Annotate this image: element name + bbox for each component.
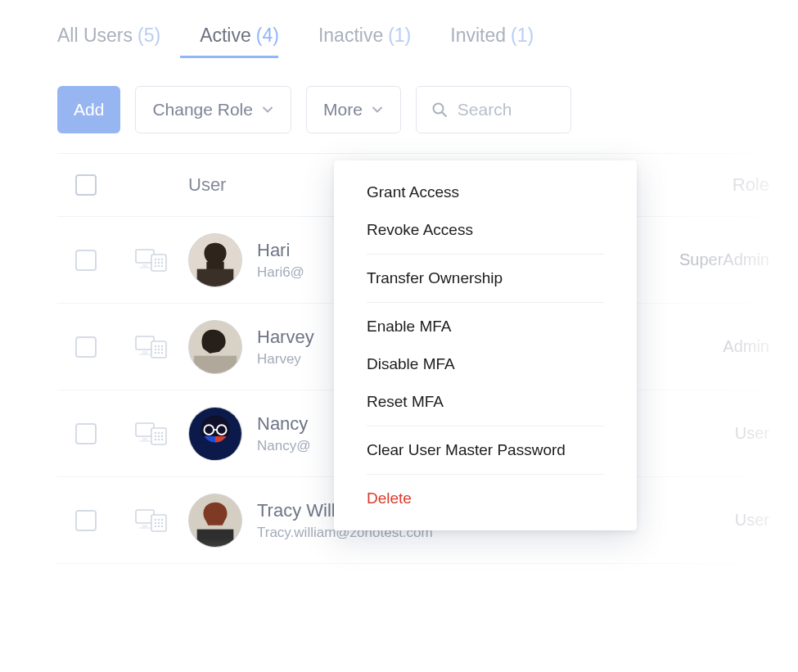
search-input[interactable] [458,100,556,120]
svg-point-28 [161,348,163,350]
search-box[interactable] [416,86,571,133]
menu-item-reset-mfa[interactable]: Reset MFA [334,383,637,421]
row-checkbox[interactable] [75,250,97,271]
svg-point-40 [158,431,160,433]
avatar [188,407,242,461]
svg-point-25 [161,345,163,346]
svg-point-43 [158,435,160,436]
user-email: Hari6@ [257,264,304,281]
svg-point-45 [155,438,156,440]
svg-point-62 [161,518,163,520]
svg-point-29 [155,351,156,353]
devices-icon [115,420,188,448]
row-checkbox[interactable] [75,336,97,358]
svg-rect-58 [139,527,151,529]
svg-rect-21 [139,354,151,355]
menu-item-revoke-access[interactable]: Revoke Access [334,211,637,249]
search-icon [431,101,448,118]
svg-point-7 [158,258,160,259]
svg-point-66 [155,525,156,526]
svg-rect-55 [196,442,235,459]
svg-rect-20 [142,351,147,354]
tab-invited[interactable]: Invited (1) [450,25,534,47]
svg-point-12 [155,264,156,266]
svg-rect-36 [142,438,147,440]
svg-point-31 [161,351,163,353]
user-name: Nancy [257,413,310,435]
svg-point-14 [161,264,163,266]
user-name: Hari [257,240,304,261]
chevron-down-icon [261,103,274,116]
avatar [188,233,242,287]
svg-point-11 [161,261,163,263]
more-dropdown-menu: Grant Access Revoke Access Transfer Owne… [334,160,637,530]
menu-item-grant-access[interactable]: Grant Access [334,174,637,211]
svg-rect-34 [194,355,237,372]
tab-count: (1) [511,25,534,47]
tab-label: Active [200,25,251,47]
user-email: Harvey [257,351,314,368]
user-email: Nancy@ [257,438,310,454]
svg-point-47 [161,438,163,440]
user-role: SuperAdmin [647,250,798,269]
svg-point-60 [155,518,156,520]
toolbar: Add Change Role More [57,86,798,133]
menu-item-transfer-ownership[interactable]: Transfer Ownership [334,259,637,297]
tab-label: All Users [57,25,133,47]
svg-point-44 [161,435,163,436]
svg-point-23 [155,345,156,346]
svg-point-26 [155,348,156,350]
tab-count: (1) [388,25,411,47]
user-role: User [647,424,798,443]
svg-point-39 [155,431,156,433]
svg-rect-71 [197,529,234,546]
svg-point-9 [155,261,156,263]
more-dropdown-button[interactable]: More [306,86,401,133]
svg-point-46 [158,438,160,440]
devices-icon [115,507,188,534]
tab-active[interactable]: Active (4) [200,25,279,47]
svg-rect-37 [139,440,151,442]
menu-separator [367,474,604,475]
svg-point-6 [155,258,156,259]
menu-separator [367,302,604,303]
svg-rect-4 [139,267,151,268]
user-role: Admin [647,337,798,356]
menu-item-disable-mfa[interactable]: Disable MFA [334,345,637,383]
menu-item-enable-mfa[interactable]: Enable MFA [334,308,637,345]
add-button[interactable]: Add [57,86,120,133]
svg-point-64 [158,521,160,523]
svg-point-67 [158,525,160,526]
svg-point-63 [155,521,156,523]
menu-separator [367,426,604,426]
avatar [188,320,242,374]
tab-label: Invited [450,25,506,47]
user-filter-tabs: All Users (5) Active (4) Inactive (1) In… [57,25,798,58]
svg-point-10 [158,261,160,263]
tab-label: Inactive [318,25,383,47]
select-all-checkbox[interactable] [75,174,97,196]
svg-line-1 [442,112,446,116]
menu-item-delete[interactable]: Delete [334,480,637,517]
more-label: More [323,100,363,120]
menu-item-clear-master-password[interactable]: Clear User Master Password [334,431,637,469]
column-header-role: Role [647,174,798,196]
svg-point-8 [161,258,163,259]
svg-rect-3 [142,264,147,267]
svg-rect-18 [197,268,234,286]
row-checkbox[interactable] [75,510,97,531]
svg-point-27 [158,348,160,350]
svg-point-65 [161,521,163,523]
tab-count: (5) [138,25,160,47]
svg-point-13 [158,264,160,266]
svg-point-24 [158,345,160,346]
user-role: User [647,511,798,530]
chevron-down-icon [371,103,384,116]
change-role-dropdown-button[interactable]: Change Role [135,86,291,133]
svg-point-30 [158,351,160,353]
devices-icon [115,333,188,361]
row-checkbox[interactable] [75,423,97,444]
tab-all-users[interactable]: All Users (5) [57,25,160,47]
menu-separator [367,254,604,255]
tab-inactive[interactable]: Inactive (1) [318,25,411,47]
